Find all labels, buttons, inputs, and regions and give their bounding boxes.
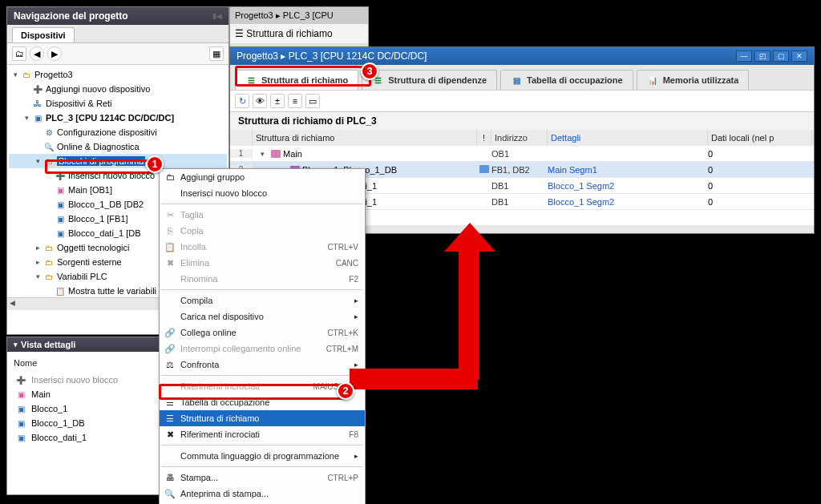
restore-button[interactable]: ◰ xyxy=(754,50,770,62)
nav-back-icon[interactable]: ◀ xyxy=(30,46,44,61)
tree-blocco1fb[interactable]: Blocco_1 [FB1] xyxy=(68,214,128,224)
detail-row-label: Blocco_1_DB xyxy=(31,418,85,428)
nav-fwd-icon[interactable]: ▶ xyxy=(47,46,62,61)
project-nav-title: Navigazione del progetto xyxy=(14,10,128,22)
tree-devices-nets[interactable]: Dispositivi & Reti xyxy=(46,99,112,108)
tree-online-diag[interactable]: Online & Diagnostica xyxy=(57,142,140,151)
tree-techobj[interactable]: Oggetti tecnologici xyxy=(57,243,130,252)
dropdown-icon[interactable]: ▦ xyxy=(209,46,224,61)
db-icon: ▣ xyxy=(14,419,28,428)
list-icon: ☰ xyxy=(235,28,244,39)
col-local[interactable]: Dati locali (nel p xyxy=(708,130,812,145)
tree-project[interactable]: Progetto3 xyxy=(34,70,73,79)
ctx-compile[interactable]: Compila▸ xyxy=(160,292,365,308)
row-local: 0 xyxy=(708,197,812,207)
minimize-button[interactable]: — xyxy=(736,50,752,62)
ctx-paste: 📋IncollaCTRL+V xyxy=(160,239,365,255)
list-icon: ☰ xyxy=(245,75,257,86)
row-local: 0 xyxy=(708,165,812,175)
col-addr[interactable]: Indirizzo xyxy=(491,130,548,145)
options1-icon[interactable]: ± xyxy=(270,94,285,108)
online-icon: 🔍 xyxy=(42,141,55,152)
options2-icon[interactable]: ≡ xyxy=(288,94,302,108)
ctx-switch-lang[interactable]: Commuta linguaggio di programmazione▸ xyxy=(160,448,365,464)
row-details[interactable]: Blocco_1 Segm2 xyxy=(548,181,708,191)
project-nav-header: Navigazione del progetto ▮◀ xyxy=(7,7,229,25)
tree-progblocks[interactable]: Blocchi di programma xyxy=(57,156,145,166)
row-details[interactable]: Main Segm1 xyxy=(548,165,708,175)
devices-icon: 🖧 xyxy=(31,98,44,109)
ctx-print-preview[interactable]: 🔍Anteprima di stampa... xyxy=(160,486,365,502)
tree-add-device[interactable]: Aggiungi nuovo dispositivo xyxy=(46,84,150,94)
ctx-xref2[interactable]: ✖Riferimenti incrociatiF8 xyxy=(160,426,365,442)
ctx-add-new-block[interactable]: Inserisci nuovo blocco xyxy=(160,185,365,201)
ctx-download[interactable]: Carica nel dispositivo▸ xyxy=(160,308,365,325)
copy-icon: ⎘ xyxy=(163,226,177,236)
collapse-icon[interactable]: ▮◀ xyxy=(212,12,222,20)
col-struct[interactable]: Struttura di richiamo xyxy=(253,130,477,145)
tree-extsrc[interactable]: Sorgenti esterne xyxy=(57,257,122,267)
ctx-call-structure[interactable]: ☰Struttura di richiamo xyxy=(160,410,365,426)
tree-plc[interactable]: PLC_3 [CPU 1214C DC/DC/DC] xyxy=(46,113,174,123)
plcvars-icon: 🗀 xyxy=(42,271,55,282)
chart-icon: 📊 xyxy=(647,75,658,86)
tab-dependency-structure[interactable]: ☰Struttura di dipendenze xyxy=(362,70,497,90)
row-addr: FB1, DB2 xyxy=(491,165,548,175)
maximize-button[interactable]: ▢ xyxy=(773,50,789,62)
tree-icon[interactable]: 🗂 xyxy=(12,46,26,61)
tree-blocco1db[interactable]: Blocco_1_DB [DB2 xyxy=(68,200,144,209)
fb-icon: ▣ xyxy=(14,405,28,413)
tab-assignment-table[interactable]: ▤Tabella di occupazione xyxy=(500,70,633,90)
detail-row-label: Blocco_dati_1 xyxy=(31,433,87,442)
ctx-assignment-table[interactable]: ☰Tabella di occupazione xyxy=(160,394,365,410)
context-menu: 🗀Aggiungi gruppo Inserisci nuovo blocco … xyxy=(159,168,366,504)
showvars-icon: 📋 xyxy=(54,285,67,296)
db-icon: ▣ xyxy=(14,433,28,442)
ctx-go-online[interactable]: 🔗Collega onlineCTRL+K xyxy=(160,325,365,341)
tree-add-block[interactable]: Inserisci nuovo blocco xyxy=(68,171,155,180)
tree-bloccodati1[interactable]: Blocco_dati_1 [DB xyxy=(68,228,141,238)
table-icon: ☰ xyxy=(163,397,177,408)
back-breadcrumb: Progetto3 ▸ PLC_3 [CPU xyxy=(230,7,368,24)
tree-devconfig[interactable]: Configurazione dispositivi xyxy=(57,127,157,137)
expand-icon[interactable]: 👁 xyxy=(253,94,267,108)
row-details[interactable]: Blocco_1 Segm2 xyxy=(548,197,708,207)
add-icon: ➕ xyxy=(14,376,28,385)
tab-devices[interactable]: Dispositivi xyxy=(12,27,75,42)
ctx-go-offline: 🔗Interrompi collegamento onlineCTRL+M xyxy=(160,341,365,357)
addblock-icon: ➕ xyxy=(54,170,67,181)
techobj-icon: 🗀 xyxy=(42,242,55,253)
ob-icon: ▣ xyxy=(54,184,67,196)
tab-memory-used[interactable]: 📊Memoria utilizzata xyxy=(637,70,750,90)
back-tab: ☰ Struttura di richiamo xyxy=(230,24,368,43)
background-window: Progetto3 ▸ PLC_3 [CPU ☰ Struttura di ri… xyxy=(229,6,369,51)
devconfig-icon: ⚙ xyxy=(42,127,55,138)
refresh-icon[interactable]: ↻ xyxy=(235,94,249,108)
add-device-icon: ➕ xyxy=(31,83,44,95)
col-flag[interactable]: ! xyxy=(477,130,491,145)
options3-icon[interactable]: ▭ xyxy=(305,94,320,108)
db-icon: ▣ xyxy=(54,228,67,239)
nav-toolbar: 🗂 ◀ ▶ ▦ xyxy=(7,43,229,65)
tree-main-ob[interactable]: Main [OB1] xyxy=(68,185,112,195)
tab-call-structure[interactable]: ☰Struttura di richiamo xyxy=(235,70,358,90)
back-tab-label: Struttura di richiamo xyxy=(246,28,332,39)
delete-icon: ✖ xyxy=(163,258,177,268)
col-details[interactable]: Dettagli xyxy=(548,130,708,145)
ctx-add-group[interactable]: 🗀Aggiungi gruppo xyxy=(160,169,365,185)
row-flag xyxy=(477,165,491,175)
close-button[interactable]: ✕ xyxy=(791,50,807,62)
xref-icon: ✖ xyxy=(163,429,177,440)
grid-icon: ▤ xyxy=(511,75,522,86)
ctx-xref: Riferimenti incrociatiMAIUSC+F8 xyxy=(160,378,365,394)
tree-showvars[interactable]: Mostra tutte le variabili xyxy=(68,286,156,296)
row-addr: OB1 xyxy=(491,149,548,159)
callout-2: 2 xyxy=(337,382,354,400)
arrow-vertical xyxy=(459,248,479,380)
table-row[interactable]: 1 ▾ Main OB1 0 xyxy=(230,146,814,162)
ctx-print[interactable]: 🖶Stampa...CTRL+P xyxy=(160,470,365,486)
tree-plcvars[interactable]: Variabili PLC xyxy=(57,272,107,281)
ctx-compare[interactable]: ⚖Confronta▸ xyxy=(160,357,365,373)
detail-row-label: Main xyxy=(31,389,51,399)
callout-1: 1 xyxy=(146,155,164,173)
